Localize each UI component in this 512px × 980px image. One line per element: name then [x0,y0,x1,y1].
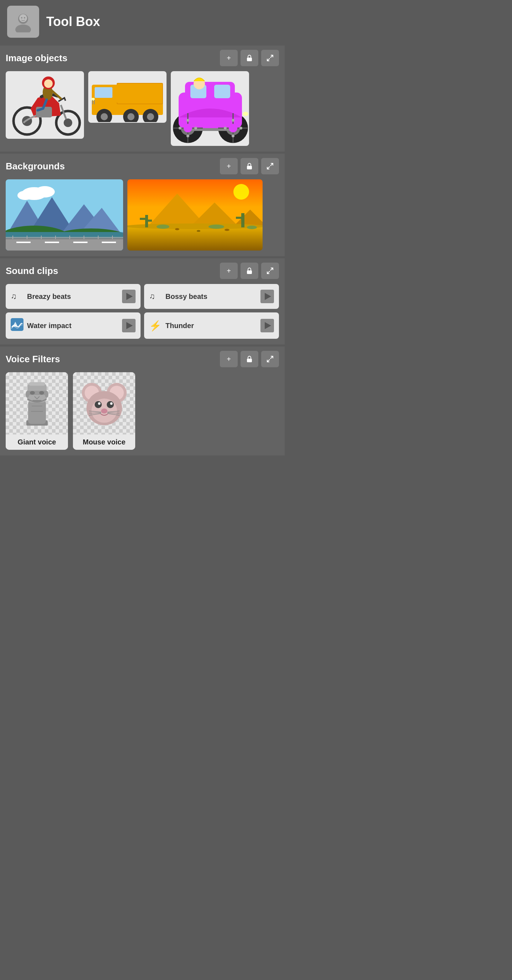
backgrounds-title: Backgrounds [6,161,65,172]
image-objects-header: Image objects + [6,50,279,66]
svg-rect-121 [29,382,45,386]
svg-point-48 [232,119,234,122]
svg-point-101 [197,230,200,232]
voice-filters-expand-button[interactable] [261,351,279,367]
svg-rect-93 [146,220,152,222]
sound-clips-title: Sound clips [6,266,58,277]
svg-point-102 [224,229,229,231]
svg-point-99 [247,226,257,229]
svg-rect-70 [6,238,123,240]
image-objects-title: Image objects [6,52,67,64]
svg-point-119 [25,391,29,398]
lightning-icon: ⚡ [149,320,162,332]
svg-point-15 [44,80,52,88]
svg-point-44 [186,119,189,122]
landscape-bg-item[interactable] [6,179,123,250]
play-triangle-icon [265,322,271,329]
mouse-voice-item[interactable]: Mouse voice [73,372,135,450]
desert-bg-item[interactable] [127,179,262,250]
svg-line-136 [89,413,101,413]
header: Tool Box [0,0,285,43]
svg-point-1 [15,25,31,32]
backgrounds-add-button[interactable]: + [220,158,238,174]
svg-rect-69 [6,238,123,250]
svg-point-53 [229,124,237,132]
dump-truck-svg [88,72,167,122]
svg-rect-72 [45,242,59,243]
expand-icon [266,162,274,170]
svg-rect-71 [16,242,30,243]
svg-rect-108 [247,359,252,362]
backgrounds-expand-button[interactable] [261,158,279,174]
svg-point-116 [30,391,35,395]
backgrounds-grid [6,179,279,250]
svg-point-96 [234,184,249,200]
svg-rect-20 [95,87,113,98]
dump-truck-item[interactable] [88,71,167,123]
water-impact-play-button[interactable] [122,319,135,332]
play-triangle-icon [126,322,133,329]
svg-line-139 [107,413,119,413]
voice-filters-header: Voice Filters + [6,351,279,367]
voice-filters-lock-button[interactable] [240,351,258,367]
giant-voice-item[interactable]: Giant voice [6,372,68,450]
image-objects-actions: + [220,50,279,66]
svg-line-104 [270,268,273,270]
svg-point-100 [175,228,179,230]
svg-rect-85 [127,226,262,250]
svg-point-46 [179,127,181,129]
lock-icon [245,162,253,170]
svg-rect-55 [247,166,252,169]
play-triangle-icon [126,293,133,300]
page-title: Tool Box [46,14,100,29]
svg-point-131 [107,401,114,408]
svg-point-117 [39,391,44,395]
svg-line-57 [267,167,270,169]
svg-rect-5 [247,58,252,61]
sound-clips-actions: + [220,262,279,279]
sound-clips-header: Sound clips + [6,262,279,279]
bossy-beats-item[interactable]: ♫ Bossy beats [144,284,279,309]
music-note-icon: ♫ [149,292,162,301]
svg-point-3 [21,17,22,19]
breazy-beats-play-button[interactable] [122,290,135,303]
svg-point-24 [127,113,135,120]
backgrounds-lock-button[interactable] [240,158,258,174]
svg-rect-18 [118,84,162,103]
svg-point-50 [224,127,227,129]
svg-line-56 [270,163,273,166]
svg-rect-92 [140,218,145,220]
lock-icon [245,355,253,363]
sound-clips-lock-button[interactable] [240,262,258,279]
thunder-play-button[interactable] [261,319,274,332]
svg-line-110 [267,360,270,362]
svg-rect-73 [73,242,87,243]
bossy-beats-play-button[interactable] [261,290,274,303]
thunder-item[interactable]: ⚡ Thunder [144,312,279,339]
svg-point-98 [208,224,224,229]
backgrounds-actions: + [220,158,279,174]
image-objects-lock-button[interactable] [240,50,258,66]
sound-clips-add-button[interactable]: + [220,262,238,279]
svg-point-47 [194,127,197,129]
svg-point-26 [147,113,154,120]
water-wave-svg [11,318,24,331]
mouse-voice-image [73,372,135,434]
water-impact-item[interactable]: Water impact [6,312,140,339]
svg-rect-74 [102,242,116,243]
giant-voice-label: Giant voice [6,434,68,450]
voice-filters-add-button[interactable]: + [220,351,238,367]
image-objects-expand-button[interactable] [261,50,279,66]
svg-point-132 [98,402,100,405]
monster-truck-item[interactable] [171,71,249,146]
svg-point-134 [101,409,107,414]
svg-point-97 [157,224,169,229]
sound-clips-expand-button[interactable] [261,262,279,279]
motorcycle-svg [6,73,84,137]
svg-rect-94 [241,213,245,228]
motorcycle-item[interactable] [6,71,84,139]
breazy-beats-item[interactable]: ♫ Breazy beats [6,284,140,309]
image-objects-add-button[interactable]: + [220,50,238,66]
voice-filters-grid: Giant voice [6,372,279,450]
svg-point-60 [35,186,55,197]
